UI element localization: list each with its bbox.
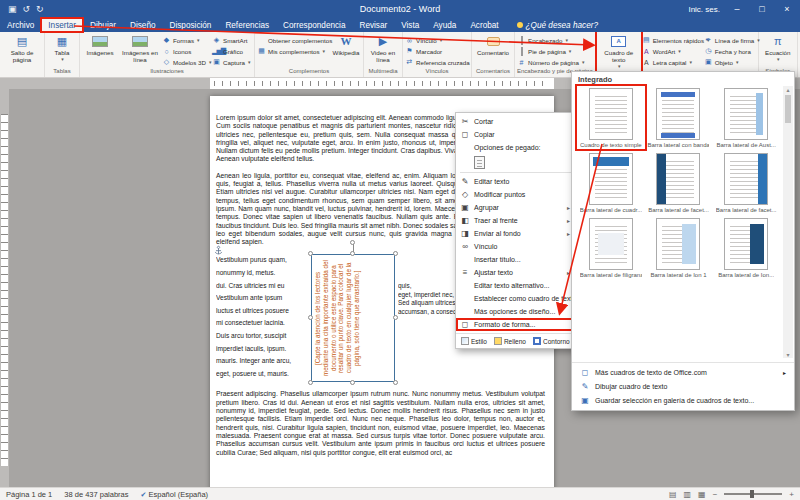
menu-item-editar-texto[interactable]: ✎ Editar texto: [456, 175, 576, 188]
sign-in-button[interactable]: Inic. ses.: [688, 5, 720, 14]
tell-me-box[interactable]: ¿Qué desea hacer?: [510, 18, 605, 32]
ribbon-tab[interactable]: Ayuda: [426, 18, 463, 32]
save-icon[interactable]: ▣: [8, 4, 17, 14]
zoom-slider[interactable]: [724, 493, 782, 495]
smartart-button[interactable]: ◈ SmartArt: [212, 35, 252, 45]
scrollbar-thumb[interactable]: [785, 95, 791, 123]
ribbon-tab[interactable]: Referencias: [218, 18, 276, 32]
language-status[interactable]: ✔ Español (España): [141, 490, 209, 499]
selected-text-box[interactable]: [Capte la atención de los lectores media…: [311, 254, 395, 382]
menu-item-modificar-puntos[interactable]: ◇ Modificar puntos: [456, 188, 576, 201]
outline-button[interactable]: Contorno: [533, 337, 570, 345]
wikipedia-button[interactable]: W Wikipedia: [331, 33, 361, 68]
menu-item-mas-opciones-de-diseno[interactable]: Más opciones de diseño...: [456, 305, 576, 318]
shapes-button[interactable]: ◆ Formas▾: [162, 35, 210, 45]
pictures-button[interactable]: Imágenes: [82, 33, 118, 68]
ribbon-tab[interactable]: Revisar: [352, 18, 394, 32]
icons-button[interactable]: ○ Iconos: [162, 46, 210, 56]
screenshot-button[interactable]: ▣ Captura▾: [212, 57, 252, 67]
draw-textbox-item[interactable]: ✎ Dibujar cuadro de texto: [572, 379, 794, 393]
gallery-thumbnail[interactable]: Barra lateral de facet...: [712, 151, 780, 214]
menu-item-vinculo[interactable]: ∞ Vínculo: [456, 240, 576, 253]
ribbon-tab[interactable]: Acrobat: [463, 18, 505, 32]
resize-handle-se[interactable]: [393, 380, 398, 385]
object-button[interactable]: ▣ Objeto▾: [704, 57, 756, 67]
ribbon-tab[interactable]: Disposición: [163, 18, 219, 32]
bookmark-button[interactable]: ⚑ Marcador: [405, 46, 469, 56]
zoom-in-icon[interactable]: +: [789, 490, 794, 499]
get-addins-button[interactable]: Obtener complementos: [257, 35, 329, 45]
my-addins-button[interactable]: ▦ Mis complementos▾: [257, 46, 329, 56]
table-button[interactable]: ▦ Tabla▾: [47, 33, 77, 68]
word-count[interactable]: 38 de 437 palabras: [64, 490, 128, 499]
ribbon-tab[interactable]: Archivo: [0, 18, 41, 32]
gallery-scrollbar[interactable]: ▴ ▾: [783, 86, 793, 358]
redo-icon[interactable]: ↻: [36, 4, 44, 14]
zoom-out-icon[interactable]: −: [713, 490, 718, 499]
web-layout-icon[interactable]: ▦: [698, 490, 706, 499]
gallery-thumbnail[interactable]: Barra lateral de Ion 1: [645, 216, 713, 279]
drop-cap-button[interactable]: A Letra capital▾: [642, 57, 702, 67]
gallery-thumbnail[interactable]: Barra lateral de facet...: [645, 151, 713, 214]
signature-line-button[interactable]: ✒ Línea de firma▾: [704, 35, 756, 45]
print-layout-icon[interactable]: ▥: [684, 490, 692, 499]
chart-button[interactable]: ▂▅▇ Gráfico: [212, 46, 252, 56]
resize-handle-s[interactable]: [350, 380, 355, 385]
minimize-button[interactable]: –: [729, 4, 745, 14]
3d-models-button[interactable]: ◇ Modelos 3D▾: [162, 57, 210, 67]
wordart-button[interactable]: A WordArt▾: [642, 46, 702, 56]
group-label-comentarios: Comentarios: [474, 68, 512, 77]
menu-item-enviar-al-fondo[interactable]: ◨ Enviar al fondo ▸: [456, 227, 576, 240]
menu-item-traer-al-frente[interactable]: ◧ Traer al frente ▸: [456, 214, 576, 227]
text-box-button[interactable]: A Cuadro de texto▾: [598, 33, 640, 70]
paste-option-button[interactable]: [456, 154, 576, 170]
wikipedia-icon: W: [341, 34, 352, 49]
page-count[interactable]: Página 1 de 1: [6, 490, 52, 499]
ribbon-tab[interactable]: Diseño: [123, 18, 163, 32]
more-textboxes-item[interactable]: ◻ Más cuadros de texto de Office.com ▸: [572, 365, 794, 379]
menu-item-cortar[interactable]: ✂ Cortar: [456, 115, 576, 128]
menu-item-formato-de-forma[interactable]: ◻ Formato de forma...: [456, 318, 576, 331]
footer-button[interactable]: Pie de página▾: [517, 46, 583, 56]
page-number-button[interactable]: # Número de página▾: [517, 57, 583, 67]
menu-item-insertar-titulo[interactable]: Insertar título...: [456, 253, 576, 266]
zoom-slider-thumb[interactable]: [750, 490, 754, 498]
link-button[interactable]: ∞ Vínculo▾: [405, 35, 469, 45]
equation-button[interactable]: π Ecuación▾: [761, 33, 795, 68]
gallery-thumbnail[interactable]: Barra lateral de cuadr...: [577, 151, 645, 214]
gallery-thumbnail[interactable]: Barra lateral de Ion...: [712, 216, 780, 279]
resize-handle-sw[interactable]: [308, 380, 313, 385]
close-button[interactable]: ×: [779, 4, 795, 14]
comment-button[interactable]: Comentario: [474, 33, 512, 68]
online-video-button[interactable]: ▶ Video en línea: [366, 33, 400, 68]
menu-item-copiar[interactable]: ◻ Copiar: [456, 128, 576, 141]
cross-reference-button[interactable]: ⇄ Referencia cruzada: [405, 57, 469, 67]
menu-item-editar-texto-alternativo[interactable]: Editar texto alternativo...: [456, 279, 576, 292]
header-button[interactable]: Encabezado▾: [517, 35, 583, 45]
gallery-thumbnail[interactable]: Barra lateral con bandas: [645, 86, 713, 149]
ribbon-tab[interactable]: Vista: [394, 18, 426, 32]
ribbon-tab[interactable]: Correspondencia: [276, 18, 352, 32]
ribbon-tab[interactable]: Dibujar: [83, 18, 123, 32]
text-line: Vestibulum purus quam,: [216, 254, 308, 267]
gallery-thumbnail[interactable]: Barra lateral de filigrana: [577, 216, 645, 279]
menu-item-ajustar-texto[interactable]: ≡ Ajustar texto ▸: [456, 266, 576, 279]
ribbon-tab[interactable]: Insertar: [41, 18, 83, 32]
style-button[interactable]: Estilo: [461, 337, 487, 345]
fill-button[interactable]: Relleno: [494, 337, 526, 345]
page-break-button[interactable]: ▤ Salto de página: [2, 33, 42, 68]
menu-item-agrupar[interactable]: ▣ Agrupar ▸: [456, 201, 576, 214]
menu-item-establecer-como-predeterminado[interactable]: Establecer como cuadro de texto predeter…: [456, 292, 576, 305]
read-mode-icon[interactable]: ▤: [669, 490, 677, 499]
undo-icon[interactable]: ↺: [23, 4, 31, 14]
scroll-up-icon[interactable]: ▴: [786, 86, 789, 93]
gallery-thumbnail[interactable]: Barra lateral de Aust...: [712, 86, 780, 149]
maximize-button[interactable]: □: [754, 4, 770, 14]
date-time-button[interactable]: ◷ Fecha y hora: [704, 46, 756, 56]
quick-parts-button[interactable]: ▤ Elementos rápidos▾: [642, 35, 702, 45]
gallery-thumbnail[interactable]: Cuadro de texto simple: [577, 86, 645, 149]
scroll-down-icon[interactable]: ▾: [786, 351, 789, 358]
vertical-ruler[interactable]: [0, 89, 9, 487]
online-pictures-button[interactable]: Imágenes en línea: [120, 33, 160, 68]
save-selection-item[interactable]: ▣ Guardar selección en galería de cuadro…: [572, 393, 794, 407]
